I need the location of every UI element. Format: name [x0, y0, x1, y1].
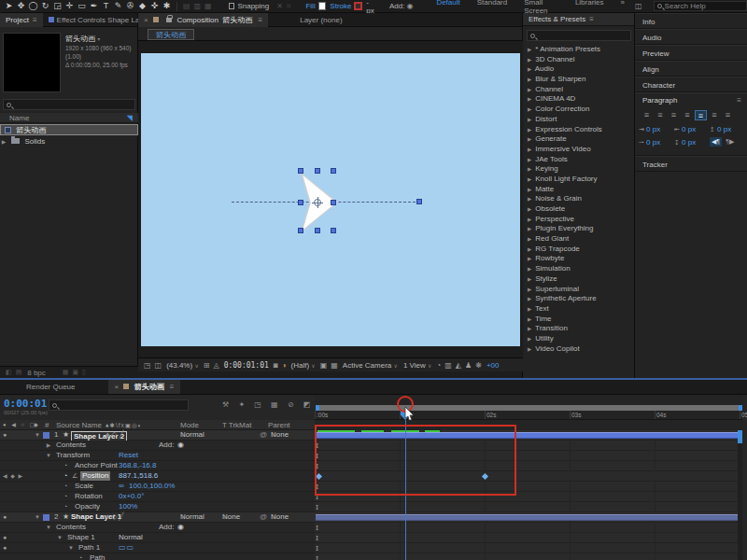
anchor-point-icon[interactable]	[314, 199, 321, 206]
twirl-icon[interactable]: ▶	[526, 94, 533, 105]
layer-bar-shape-layer-1[interactable]	[316, 514, 741, 521]
project-search-input[interactable]	[3, 99, 135, 110]
panel-menu-icon[interactable]: ≡	[589, 15, 594, 23]
align-center-button[interactable]: ≡	[655, 110, 667, 120]
constrain-icon[interactable]: ∞	[119, 482, 124, 491]
new-folder-icon[interactable]: ▦	[63, 369, 69, 376]
opacity-value[interactable]: 100%	[119, 502, 137, 511]
effects-category[interactable]: ▶ Immersive Video	[523, 145, 635, 155]
twirl-icon[interactable]: ▶	[526, 334, 533, 344]
brush-tool[interactable]: ✎	[112, 0, 124, 12]
snapshot-icon[interactable]: ◙	[274, 361, 278, 370]
twirl-icon[interactable]: ▶	[526, 55, 533, 65]
shape-tool[interactable]: ▭	[76, 0, 88, 12]
label-color-chip[interactable]	[43, 514, 49, 521]
timeline-search-input[interactable]	[49, 399, 189, 411]
twirl-icon[interactable]: ▶	[526, 315, 533, 325]
interpret-footage-icon[interactable]: ▤	[16, 369, 22, 376]
track-path-1[interactable]: I	[315, 543, 742, 553]
twirl-icon[interactable]: ▶	[526, 304, 533, 315]
indent-right-field[interactable]: ⇤ 0 px	[674, 124, 710, 135]
twirl-icon[interactable]: ▶	[526, 245, 533, 255]
twirl-icon[interactable]: ▶	[526, 145, 533, 155]
twirl-icon[interactable]: ▶	[526, 294, 533, 304]
effects-category[interactable]: ▶ JAe Tools	[523, 155, 635, 165]
keyframe-navigator[interactable]: ◀ ◆ ▶	[3, 471, 23, 481]
effects-category[interactable]: ▶ Audio	[523, 64, 635, 75]
twirl-icon[interactable]: ▶	[526, 185, 533, 195]
twirl-icon[interactable]: ▶	[526, 105, 533, 115]
property-row-opacity[interactable]: ◔ Opacity 100%	[0, 502, 315, 512]
stopwatch-icon[interactable]: ◔	[63, 482, 67, 491]
property-row-position[interactable]: ◀ ◆ ▶ ◔ ∠ Position 887.1,518.6	[0, 471, 315, 482]
twirl-icon[interactable]: ▶	[526, 45, 533, 55]
align-right-button[interactable]: ≡	[668, 110, 680, 120]
twirl-icon[interactable]: ▶	[526, 64, 533, 75]
space-before-field[interactable]: ↥ 0 px	[710, 124, 745, 135]
track-camera-tool[interactable]: ◲	[51, 0, 63, 12]
layer-row-shape-layer-1[interactable]: ● ▼ 2 ★ Shape Layer 1 ♠◇╱ Normal ∨ None …	[0, 512, 315, 523]
handle-mid-left[interactable]	[298, 200, 303, 205]
twirl-icon[interactable]: ▶	[526, 155, 533, 165]
effects-category[interactable]: ▶ 3D Channel	[523, 55, 635, 65]
twirl-icon[interactable]: ▶	[526, 234, 533, 245]
justify-last-right-button[interactable]: ≡	[709, 110, 721, 120]
view-layout-select[interactable]: 1 View ∨	[403, 361, 432, 370]
effects-category[interactable]: ▶ Matte	[523, 185, 635, 195]
twirl-icon[interactable]: ▼	[45, 523, 52, 532]
effects-category[interactable]: ▶ Superluminal	[523, 285, 635, 295]
motion-path-end-keyframe[interactable]	[416, 199, 422, 204]
project-item-solids[interactable]: ▶ Solids	[0, 136, 138, 147]
paragraph-panel-header[interactable]: Paragraph≡	[635, 93, 747, 108]
effects-category[interactable]: ▶ Video Copilot	[523, 344, 635, 355]
effects-search-input[interactable]	[527, 30, 631, 41]
zoom-tool[interactable]: ◯	[27, 0, 39, 12]
justify-all-button[interactable]: ≡	[722, 110, 734, 120]
snapping-checkbox[interactable]	[229, 3, 235, 9]
effects-category[interactable]: ▶ Distort	[523, 115, 635, 125]
effects-category[interactable]: ▶ Perspective	[523, 215, 635, 225]
mask-visibility-icon[interactable]: ◬	[213, 361, 218, 370]
property-row-scale[interactable]: ◔ Scale ∞ 100.0,100.0%	[0, 482, 315, 492]
effects-category[interactable]: ▶ Keying	[523, 164, 635, 175]
pixel-aspect-icon[interactable]: ◔	[436, 361, 441, 370]
track-shape-layer-1[interactable]	[315, 512, 742, 523]
hand-tool[interactable]: ✥	[15, 0, 27, 12]
panel-menu-icon[interactable]: ≡	[259, 16, 263, 24]
handle-bottom-center[interactable]	[315, 228, 320, 233]
handle-bottom-right[interactable]	[331, 228, 336, 233]
snap-features-icon[interactable]: ⌗	[287, 2, 291, 11]
space-after-field[interactable]: ↧ 0 px	[674, 137, 710, 148]
effects-category[interactable]: ▶ Time	[523, 315, 635, 325]
trkmat-column[interactable]: T TrkMat	[222, 420, 251, 430]
property-row-path[interactable]: ◔ Path	[0, 553, 315, 560]
twirl-icon[interactable]: ▶	[526, 115, 533, 125]
rtl-direction-button[interactable]: ¶▶	[724, 137, 736, 147]
scale-value[interactable]: 100.0,100.0%	[129, 482, 175, 491]
twirl-icon[interactable]: ▶	[0, 136, 7, 147]
fill-swatch[interactable]	[318, 2, 327, 10]
ltr-direction-button[interactable]: ◀¶	[710, 137, 722, 147]
twirl-icon[interactable]: ▶	[526, 125, 533, 135]
position-value[interactable]: 887.1,518.6	[119, 471, 158, 481]
timeline-view-options[interactable]: ⚒ ✦ ◳ ▦ ⊘ ◩	[222, 400, 314, 409]
type-tool[interactable]: T	[100, 0, 112, 12]
panel-menu-icon[interactable]: ≡	[737, 93, 741, 108]
new-comp-icon[interactable]: ▣	[72, 369, 78, 376]
tab-timeline-comp[interactable]: × 箭头动画 ≡	[108, 380, 179, 394]
twirl-icon[interactable]: ▼	[67, 543, 75, 553]
parent-column[interactable]: Parent	[268, 420, 290, 430]
always-preview-icon[interactable]: ◳	[144, 361, 151, 370]
panel-menu-icon[interactable]: ≡	[170, 383, 175, 391]
panel-header[interactable]: Align	[635, 61, 747, 77]
layer-switches[interactable]: ♠◇╱	[106, 430, 125, 440]
source-name-column[interactable]: Source Name	[56, 420, 102, 430]
property-row-transform[interactable]: ▼ Transform Reset	[0, 451, 315, 461]
roto-brush-tool[interactable]: ✱	[161, 0, 173, 12]
path-direction-icons[interactable]: ▭▭	[119, 543, 134, 553]
panel-menu-icon[interactable]: ≡	[33, 16, 37, 24]
pickwhip-icon[interactable]: @	[260, 512, 267, 522]
effects-category[interactable]: ▶ Generate	[523, 134, 635, 145]
project-item-composition[interactable]: 箭头动画	[0, 124, 138, 135]
indent-left-field[interactable]: ⇥ 0 px	[639, 124, 674, 135]
